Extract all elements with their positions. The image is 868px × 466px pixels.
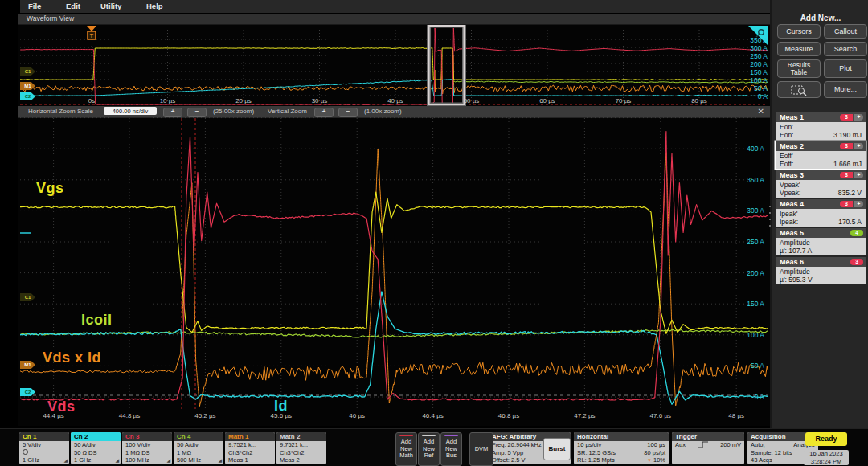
dvm-button[interactable]: DVM — [469, 432, 493, 466]
source-count-badge: 4 — [850, 230, 863, 236]
channel-badge-ch3[interactable]: Ch 3100 V/div1 MΩ DS100 MHz◢ — [122, 432, 172, 464]
add-new-bus-button[interactable]: AddNewBus — [440, 432, 462, 466]
measurement-card-2[interactable]: Meas 23+Eoff'Eoff:1.666 mJ — [776, 141, 866, 169]
burst-button[interactable]: Burst — [543, 438, 571, 460]
expand-icon[interactable]: + — [854, 172, 863, 178]
channel-label: Ch 2 — [71, 432, 121, 441]
channel-badge-math1[interactable]: Math 19.7521 k...Ch3*Ch2Meas 1 — [225, 432, 275, 464]
probe-comp-icon: ◢ — [218, 457, 222, 464]
measurement-card-3[interactable]: Meas 33+Vpeak'Vpeak:835.2 V — [776, 170, 866, 198]
channel-badge-ch2[interactable]: Ch 250 A/div50 Ω DS1 GHz◢ — [71, 432, 121, 464]
measurement-header: Meas 13+ — [776, 112, 866, 122]
source-count-badge: 3 — [850, 259, 863, 265]
expand-icon[interactable]: + — [854, 143, 863, 149]
menu-bar: FileEditUtilityHelp — [20, 0, 770, 13]
horizontal-title: Horizontal — [574, 432, 669, 441]
menu-edit[interactable]: Edit — [66, 2, 80, 10]
expansion-point-icon: ▼ — [647, 458, 652, 463]
hzoom-plus-button[interactable]: + — [163, 108, 182, 117]
channel-label: Ch 4 — [174, 432, 223, 441]
source-count-badge: 3 — [840, 143, 853, 149]
overview-amp-tick: 0 A — [729, 92, 768, 100]
oscilloscope-app: FileEditUtilityHelp Waveform View T Hori… — [0, 0, 868, 466]
channel-badge-ch1[interactable]: Ch 15 V/div1 GHz◢ — [19, 432, 69, 464]
measure-button[interactable]: Measure — [777, 42, 821, 56]
channel-label: Math 1 — [225, 432, 275, 441]
plot-button[interactable]: Plot — [824, 59, 867, 78]
acquisition-mode: Auto, — [751, 441, 765, 449]
overview-amp-tick: 50 A — [729, 84, 768, 92]
zoom-select-icon — [791, 84, 807, 96]
results-side-panel: Add New... CursorsCalloutMeasureSearchRe… — [772, 0, 868, 428]
zoom-select-icon-button[interactable] — [777, 81, 821, 98]
overview-time-tick: 20 µs — [227, 97, 260, 104]
waveform-canvas: T — [18, 25, 771, 426]
main-time-tick: 45.2 µs — [189, 412, 221, 419]
main-time-tick: 46 µs — [341, 412, 373, 419]
trigger-panel[interactable]: Trigger Aux 200 mV — [672, 432, 744, 464]
main-amp-tick: 300 A — [726, 206, 764, 215]
overview-time-tick: 60 µs — [531, 97, 563, 104]
main-time-tick: 44.8 µs — [113, 412, 145, 419]
overview-amp-tick: 350 A — [729, 36, 768, 44]
trace-label-vds-id: Vds x Id — [43, 350, 101, 366]
horizontal-position: 10% — [653, 456, 665, 464]
measurement-body: Eon'Eon:3.190 mJ — [776, 122, 866, 140]
vzoom-minus-button[interactable]: − — [338, 108, 358, 117]
horizontal-panel[interactable]: Horizontal 10 µs/div100 µs SR: 12.5 GS/s… — [574, 432, 669, 464]
trace-label-icoil: Icoil — [81, 312, 113, 329]
overview-time-tick: 0s — [76, 97, 108, 104]
add-new-math-button[interactable]: AddNewMath — [395, 432, 417, 466]
svg-text:T: T — [90, 33, 94, 39]
source-count-badge: 3 — [840, 172, 853, 178]
search-button[interactable]: Search — [824, 42, 867, 56]
callout-button[interactable]: Callout — [824, 24, 867, 39]
channel-label: Ch 3 — [122, 432, 172, 441]
hzoom-minus-button[interactable]: − — [187, 108, 207, 117]
overview-amp-tick: 100 A — [729, 76, 768, 84]
channel-badge-ch4[interactable]: Ch 450 A/div1 MΩ500 MHz◢ — [174, 432, 223, 464]
trigger-level: 200 mV — [720, 441, 741, 449]
expand-icon[interactable]: + — [854, 114, 863, 121]
measurement-body: Eoff'Eoff:1.666 mJ — [776, 151, 866, 169]
main-amp-tick: 100 A — [726, 331, 764, 339]
source-count-badge: 3 — [840, 201, 853, 207]
menu-help[interactable]: Help — [146, 2, 163, 10]
tab-waveform-view[interactable]: Waveform View — [27, 14, 74, 22]
channel-label: Math 2 — [276, 432, 326, 441]
tab-bar: Waveform View — [18, 14, 770, 25]
trigger-marker[interactable]: T — [87, 26, 96, 39]
menu-utility[interactable]: Utility — [100, 2, 121, 10]
main-amp-tick: 400 A — [726, 145, 764, 153]
overview-time-tick: 80 µs — [683, 97, 715, 104]
probe-comp-icon: ◢ — [115, 457, 119, 464]
zoom-scale-input[interactable]: 400.00 ns/div — [104, 107, 157, 115]
measurement-card-5[interactable]: Meas 54Amplitudeµ': 107.7 A — [776, 228, 866, 255]
menu-file[interactable]: File — [28, 2, 41, 10]
main-amp-tick: 0 A — [726, 393, 764, 401]
measurement-card-4[interactable]: Meas 43+Ipeak'Ipeak:170.5 A — [776, 199, 866, 227]
expand-icon[interactable]: + — [854, 201, 863, 207]
measurement-card-6[interactable]: Meas 63Amplitudeµ': 595.3 V — [776, 257, 866, 284]
channel-badge-math2[interactable]: Math 29.7521 k...Ch3*Ch2Meas 2 — [276, 432, 326, 464]
zoom-scale-label: Horizontal Zoom Scale — [28, 108, 93, 115]
date-text: 16 Jan 2023 — [804, 450, 849, 458]
vzoom-plus-button[interactable]: + — [314, 108, 334, 117]
measurement-body: Amplitudeµ': 107.7 A — [776, 238, 866, 255]
results-table-button[interactable]: ResultsTable — [777, 59, 821, 78]
channel-label: Ch 1 — [19, 432, 69, 441]
measurement-card-1[interactable]: Meas 13+Eon'Eon:3.190 mJ — [776, 112, 866, 140]
more-button[interactable]: More... — [824, 81, 867, 98]
zoom-scale-bar: Horizontal Zoom Scale 400.00 ns/div + − … — [18, 106, 771, 117]
main-time-tick: 47.6 µs — [645, 412, 677, 419]
add-new-title: Add New... — [772, 14, 868, 22]
probe-icon — [23, 449, 28, 455]
time-text: 3:28:24 PM — [804, 458, 849, 466]
close-zoom-icon[interactable]: ✕ — [758, 107, 764, 116]
main-amp-tick: 250 A — [726, 238, 764, 246]
measurement-header: Meas 63 — [776, 257, 866, 267]
cursors-button[interactable]: Cursors — [777, 24, 821, 39]
measurement-body: Amplitudeµ': 595.3 V — [776, 267, 866, 284]
add-new-ref-button[interactable]: AddNewRef — [418, 432, 440, 466]
horizontal-window: 100 µs — [647, 441, 665, 449]
